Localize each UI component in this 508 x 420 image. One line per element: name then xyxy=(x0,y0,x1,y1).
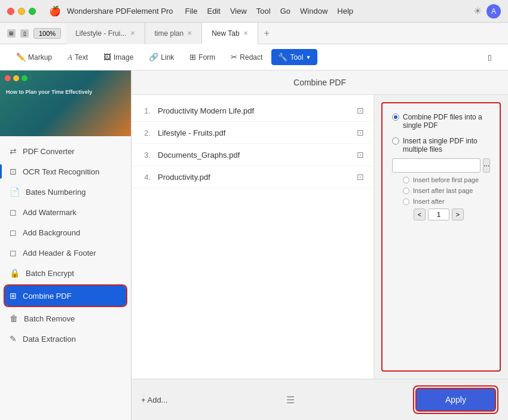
sidebar-item-data-extraction[interactable]: ✎ Data Extraction xyxy=(0,329,131,349)
file-type-icon: ⊡ xyxy=(357,150,364,160)
insert-after-last-option[interactable]: Insert after last page xyxy=(403,187,490,194)
sidebar-nav: ⇄ PDF Converter ⊡ OCR Text Recognition 📄… xyxy=(0,136,131,354)
insert-after-option[interactable]: Insert after xyxy=(403,198,490,205)
file-item-4[interactable]: 4. Productivity.pdf ⊡ xyxy=(131,166,374,188)
insert-option-group: Insert a single PDF into multiple files … xyxy=(392,137,490,220)
sidebar-item-pdf-converter[interactable]: ⇄ PDF Converter xyxy=(0,141,131,161)
page-number-input[interactable] xyxy=(428,209,449,220)
page-decrement-button[interactable]: < xyxy=(414,209,426,220)
tab-close-icon[interactable]: ✕ xyxy=(243,30,248,36)
grid-view-button[interactable]: ⊞ xyxy=(7,29,16,38)
insert-radio-option[interactable]: Insert a single PDF into multiple files xyxy=(392,137,490,154)
ocr-icon: ⊡ xyxy=(10,167,17,176)
add-files-label: + Add... xyxy=(141,396,167,404)
insert-browse-button[interactable]: ··· xyxy=(483,158,490,173)
new-tab-button[interactable]: + xyxy=(258,23,276,44)
file-number: 3. xyxy=(141,151,151,160)
minimize-button[interactable] xyxy=(18,8,25,15)
tab-label: Lifestyle - Frui... xyxy=(75,29,126,38)
insert-after-label: Insert after xyxy=(413,198,445,205)
combine-radio[interactable] xyxy=(392,114,399,121)
sidebar-item-add-background[interactable]: ◻ Add Background xyxy=(0,222,131,243)
combine-radio-option[interactable]: Combine PDF files into a single PDF xyxy=(392,113,490,130)
apple-logo-icon[interactable]: 🍎 xyxy=(49,5,61,17)
sidebar-item-batch-encrypt[interactable]: 🔒 Batch Encrypt xyxy=(0,263,131,283)
menu-view[interactable]: View xyxy=(230,7,247,16)
redact-button[interactable]: ✂ Redact xyxy=(224,49,269,65)
insert-sub-options: Insert before first page Insert after la… xyxy=(392,176,490,220)
image-icon: 🖼 xyxy=(103,53,111,62)
file-item-1[interactable]: 1. Productivity Modern Life.pdf ⊡ xyxy=(131,100,374,122)
window-controls[interactable]: ⊞ ▯ 100% xyxy=(7,28,61,39)
menu-tool[interactable]: Tool xyxy=(256,7,271,16)
sidebar-item-add-watermark[interactable]: ◻ Add Watermark xyxy=(0,202,131,222)
sidebar-item-label: Bates Numbering xyxy=(26,188,85,197)
insert-after-last-radio[interactable] xyxy=(403,188,409,194)
thumb-close xyxy=(5,75,11,81)
insert-before-label: Insert before first page xyxy=(413,176,479,183)
header-footer-icon: ◻ xyxy=(10,248,17,257)
insert-before-option[interactable]: Insert before first page xyxy=(403,176,490,183)
tool-button[interactable]: 🔧 Tool ▼ xyxy=(271,49,317,65)
apply-button[interactable]: Apply xyxy=(415,388,496,412)
tab-close-icon[interactable]: ✕ xyxy=(130,30,135,36)
file-type-icon: ⊡ xyxy=(357,106,364,115)
form-button[interactable]: ⊞ Form xyxy=(183,49,222,65)
zoom-level[interactable]: 100% xyxy=(33,28,61,39)
file-type-icon: ⊡ xyxy=(357,172,364,182)
menu-window[interactable]: Window xyxy=(300,7,328,16)
combine-icon: ⊞ xyxy=(10,291,17,301)
add-files-button[interactable]: + Add... xyxy=(141,396,167,404)
tab-close-icon[interactable]: ✕ xyxy=(187,30,192,36)
split-view-button[interactable]: ▯ xyxy=(20,29,29,38)
combine-pdf-header: Combine PDF xyxy=(131,70,508,95)
page-increment-button[interactable]: > xyxy=(452,209,464,220)
file-type-icon: ⊡ xyxy=(357,128,364,137)
insert-after-last-label: Insert after last page xyxy=(413,187,473,194)
sidebar-toggle-button[interactable]: ▯ xyxy=(481,50,498,65)
menu-help[interactable]: Help xyxy=(337,7,353,16)
traffic-lights[interactable] xyxy=(7,8,36,15)
notification-icon[interactable]: ☀ xyxy=(473,5,482,17)
tab-newtab[interactable]: New Tab ✕ xyxy=(202,23,258,44)
menu-bar[interactable]: File Edit View Tool Go Window Help xyxy=(185,7,354,16)
menu-file[interactable]: File xyxy=(185,7,198,16)
sidebar-item-bates-numbering[interactable]: 📄 Bates Numbering xyxy=(0,182,131,202)
sidebar-item-batch-remove[interactable]: 🗑 Batch Remove xyxy=(0,308,131,329)
file-list: 1. Productivity Modern Life.pdf ⊡ 2. Lif… xyxy=(131,95,374,379)
insert-before-radio[interactable] xyxy=(403,177,409,183)
sidebar-item-label: Batch Remove xyxy=(24,314,75,323)
sidebar-item-ocr-text[interactable]: ⊡ OCR Text Recognition xyxy=(0,161,131,182)
insert-path-input[interactable] xyxy=(392,158,481,173)
link-button[interactable]: 🔗 Link xyxy=(142,49,180,65)
menu-go[interactable]: Go xyxy=(280,7,290,16)
redact-label: Redact xyxy=(240,53,262,62)
sidebar-item-header-footer[interactable]: ◻ Add Header & Footer xyxy=(0,243,131,263)
file-number: 1. xyxy=(141,106,151,115)
insert-after-radio[interactable] xyxy=(403,198,409,205)
file-name: Productivity Modern Life.pdf xyxy=(158,106,350,115)
combine-option-group: Combine PDF files into a single PDF xyxy=(392,113,490,130)
markup-button[interactable]: ✏️ Markup xyxy=(10,49,59,65)
image-button[interactable]: 🖼 Image xyxy=(97,49,140,65)
sidebar-item-label: Combine PDF xyxy=(23,292,72,301)
tab-lifestyle[interactable]: Lifestyle - Frui... ✕ xyxy=(66,23,145,44)
close-button[interactable] xyxy=(7,8,14,15)
avatar[interactable]: A xyxy=(486,4,501,19)
tab-timeplan[interactable]: time plan ✕ xyxy=(145,23,203,44)
file-item-2[interactable]: 2. Lifestyle - Fruits.pdf ⊡ xyxy=(131,122,374,144)
insert-input-row: ··· xyxy=(392,158,490,173)
file-item-3[interactable]: 3. Documents_Graphs.pdf ⊡ xyxy=(131,144,374,166)
maximize-button[interactable] xyxy=(29,8,36,15)
menu-edit[interactable]: Edit xyxy=(207,7,220,16)
sidebar-item-combine-pdf[interactable]: ⊞ Combine PDF xyxy=(5,286,126,306)
text-button[interactable]: A Text xyxy=(61,49,94,66)
tool-label: Tool xyxy=(290,53,303,62)
pdf-converter-icon: ⇄ xyxy=(10,146,17,156)
sidebar: How to Plan your Time Effectively ⇄ PDF … xyxy=(0,70,131,420)
insert-radio[interactable] xyxy=(392,137,399,145)
sidebar-item-label: PDF Converter xyxy=(23,147,75,156)
more-options-button[interactable]: ☰ xyxy=(286,394,295,406)
title-bar-right: ☀ A xyxy=(473,4,501,19)
sidebar-item-label: Data Extraction xyxy=(23,335,76,344)
